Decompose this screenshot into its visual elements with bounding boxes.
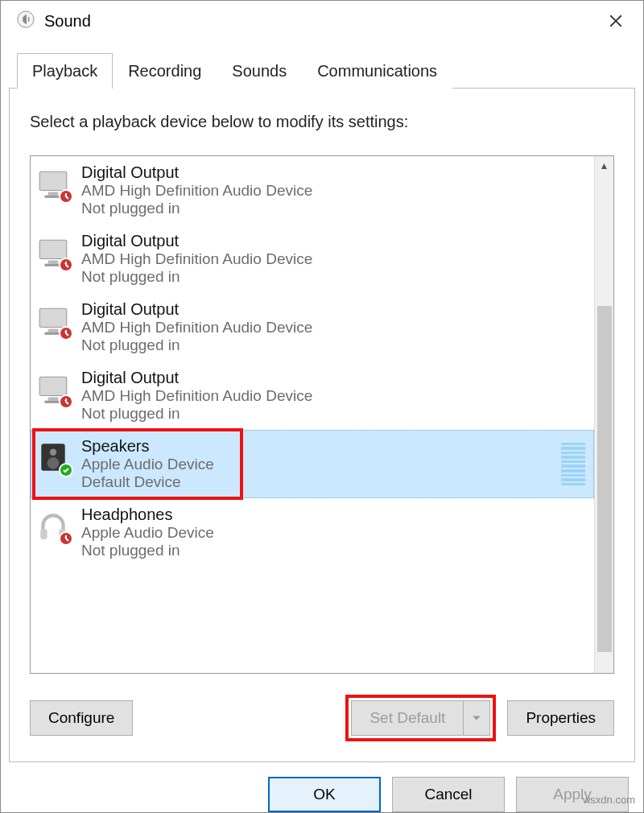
set-default-label[interactable]: Set Default	[351, 700, 463, 736]
monitor-icon	[36, 235, 70, 269]
device-items: Digital OutputAMD High Definition Audio …	[31, 156, 594, 673]
dialog-body: PlaybackRecordingSoundsCommunications Se…	[1, 41, 643, 762]
device-item[interactable]: Digital OutputAMD High Definition Audio …	[31, 361, 594, 430]
device-item[interactable]: Digital OutputAMD High Definition Audio …	[31, 225, 594, 293]
device-text: Digital OutputAMD High Definition Audio …	[81, 232, 312, 286]
device-status: Default Device	[81, 473, 214, 491]
close-button[interactable]	[600, 5, 632, 37]
device-text: SpeakersApple Audio DeviceDefault Device	[81, 437, 214, 491]
device-desc: AMD High Definition Audio Device	[81, 319, 312, 336]
headphones-icon	[36, 509, 70, 543]
tab-playback[interactable]: Playback	[17, 53, 113, 89]
device-name: Digital Output	[81, 300, 312, 319]
svg-rect-5	[39, 240, 67, 258]
configure-button[interactable]: Configure	[30, 700, 133, 736]
svg-rect-9	[39, 308, 67, 327]
device-name: Digital Output	[81, 163, 312, 182]
svg-point-19	[47, 457, 60, 469]
svg-point-18	[50, 449, 56, 456]
svg-rect-20	[40, 529, 47, 539]
device-text: HeadphonesApple Audio DeviceNot plugged …	[81, 506, 214, 559]
device-desc: AMD High Definition Audio Device	[81, 182, 312, 200]
watermark: wsxdn.com	[583, 794, 635, 806]
set-default-highlight: Set Default	[345, 695, 496, 741]
unplugged-badge-icon	[59, 326, 73, 340]
device-status: Not plugged in	[81, 268, 312, 286]
device-desc: Apple Audio Device	[81, 524, 214, 542]
sound-icon	[17, 10, 35, 31]
device-name: Speakers	[81, 437, 214, 456]
speaker-icon	[36, 440, 70, 474]
device-text: Digital OutputAMD High Definition Audio …	[81, 163, 312, 217]
device-name: Digital Output	[81, 232, 312, 250]
unplugged-badge-icon	[59, 189, 73, 204]
cancel-button[interactable]: Cancel	[392, 777, 505, 812]
svg-rect-2	[48, 192, 59, 196]
ok-button[interactable]: OK	[268, 777, 381, 812]
svg-rect-13	[39, 377, 67, 395]
scroll-thumb[interactable]	[597, 306, 612, 652]
device-status: Not plugged in	[81, 542, 214, 559]
device-item[interactable]: Digital OutputAMD High Definition Audio …	[31, 293, 594, 361]
device-name: Headphones	[81, 506, 214, 524]
unplugged-badge-icon	[59, 258, 73, 272]
device-text: Digital OutputAMD High Definition Audio …	[81, 300, 312, 354]
monitor-icon	[36, 167, 70, 200]
svg-rect-1	[39, 171, 67, 190]
set-default-dropdown[interactable]	[463, 700, 490, 736]
device-item[interactable]: SpeakersApple Audio DeviceDefault Device	[31, 430, 594, 498]
dialog-buttons: OK Cancel Apply	[1, 762, 643, 813]
instruction-text: Select a playback device below to modify…	[30, 113, 614, 131]
default-badge-icon	[59, 463, 73, 477]
device-status: Not plugged in	[81, 336, 312, 354]
device-name: Digital Output	[81, 369, 312, 387]
device-status: Not plugged in	[81, 200, 312, 217]
svg-rect-14	[48, 398, 59, 401]
sound-dialog: Sound PlaybackRecordingSoundsCommunicati…	[0, 0, 644, 813]
tab-playback-content: Select a playback device below to modify…	[9, 89, 635, 762]
properties-button[interactable]: Properties	[507, 700, 614, 736]
tab-strip: PlaybackRecordingSoundsCommunications	[9, 52, 635, 89]
unplugged-badge-icon	[59, 531, 73, 546]
window-title: Sound	[44, 12, 91, 31]
level-meter	[559, 441, 587, 488]
device-desc: AMD High Definition Audio Device	[81, 250, 312, 268]
svg-rect-10	[48, 329, 59, 332]
device-desc: Apple Audio Device	[81, 456, 214, 473]
device-text: Digital OutputAMD High Definition Audio …	[81, 369, 312, 423]
set-default-button[interactable]: Set Default	[351, 700, 490, 736]
monitor-icon	[36, 372, 70, 406]
device-desc: AMD High Definition Audio Device	[81, 387, 312, 405]
tab-recording[interactable]: Recording	[113, 53, 217, 89]
tab-communications[interactable]: Communications	[302, 53, 452, 89]
scroll-up-icon[interactable]: ▲	[595, 156, 613, 175]
svg-rect-6	[48, 261, 59, 264]
scrollbar[interactable]: ▲	[594, 156, 613, 673]
monitor-icon	[36, 303, 70, 337]
unplugged-badge-icon	[59, 394, 73, 409]
tab-sounds[interactable]: Sounds	[217, 53, 302, 89]
device-item[interactable]: HeadphonesApple Audio DeviceNot plugged …	[31, 498, 594, 567]
device-item[interactable]: Digital OutputAMD High Definition Audio …	[31, 156, 594, 225]
config-button-row: Configure Set Default Properties	[30, 695, 614, 741]
titlebar: Sound	[1, 1, 643, 41]
device-list: Digital OutputAMD High Definition Audio …	[30, 155, 614, 674]
device-status: Not plugged in	[81, 405, 312, 423]
